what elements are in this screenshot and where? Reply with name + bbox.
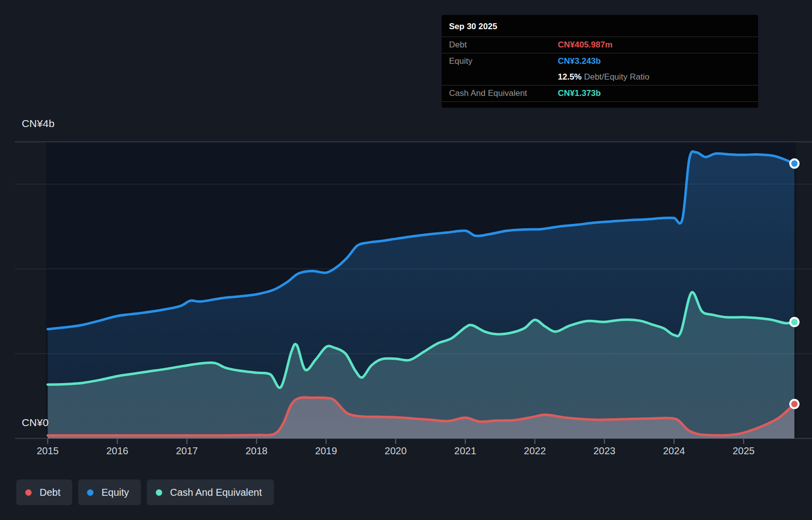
tooltip-debt-value: CN¥405.987m xyxy=(558,40,613,50)
tooltip-row-ratio: 12.5% Debt/Equity Ratio xyxy=(442,69,758,85)
tooltip-ratio: 12.5% Debt/Equity Ratio xyxy=(558,72,649,82)
chart-legend: DebtEquityCash And Equivalent xyxy=(16,479,274,505)
x-axis-label-2022: 2022 xyxy=(524,445,546,457)
cash-legend-dot-icon xyxy=(156,489,162,496)
tooltip-date: Sep 30 2025 xyxy=(442,15,758,37)
legend-item-equity[interactable]: Equity xyxy=(78,479,141,505)
cash-marker-dot xyxy=(791,319,798,325)
tooltip-divider xyxy=(442,101,758,102)
tooltip-cash-label: Cash And Equivalent xyxy=(449,88,527,98)
legend-item-cash[interactable]: Cash And Equivalent xyxy=(147,479,274,505)
tooltip-equity-label: Equity xyxy=(449,56,472,66)
x-axis-labels: 2015201620172018201920202021202220232024… xyxy=(0,445,812,460)
balance-sheet-chart-page: CN¥4b CN¥0 20152016201720182019202020212… xyxy=(0,0,812,520)
tooltip-debt-label: Debt xyxy=(449,40,467,50)
x-axis-label-2025: 2025 xyxy=(732,445,755,457)
chart-tooltip: Sep 30 2025 Debt CN¥405.987m Equity CN¥3… xyxy=(442,15,758,108)
x-axis-label-2020: 2020 xyxy=(385,445,407,457)
x-axis-label-2018: 2018 xyxy=(245,445,268,457)
tooltip-ratio-value: 12.5% xyxy=(558,72,582,82)
y-axis-zero-label: CN¥0 xyxy=(22,417,49,429)
tooltip-row-debt: Debt CN¥405.987m xyxy=(442,37,758,53)
x-axis-ticks xyxy=(48,439,744,444)
debt-legend-dot-icon xyxy=(25,489,32,496)
equity-legend-dot-icon xyxy=(87,489,93,496)
tooltip-ratio-label: Debt/Equity Ratio xyxy=(582,72,649,82)
legend-item-label: Debt xyxy=(40,487,60,498)
x-axis-label-2017: 2017 xyxy=(176,445,198,457)
x-axis-label-2016: 2016 xyxy=(106,445,129,457)
x-axis-label-2023: 2023 xyxy=(593,445,616,457)
debt-marker-dot xyxy=(791,401,798,407)
legend-item-debt[interactable]: Debt xyxy=(16,479,72,505)
tooltip-cash-value: CN¥1.373b xyxy=(558,88,601,98)
x-axis-label-2021: 2021 xyxy=(454,445,477,457)
legend-item-label: Cash And Equivalent xyxy=(170,487,262,498)
equity-marker-dot xyxy=(791,160,798,167)
x-axis-label-2015: 2015 xyxy=(37,445,59,457)
x-axis-label-2024: 2024 xyxy=(663,445,685,457)
tooltip-row-cash: Cash And Equivalent CN¥1.373b xyxy=(442,86,758,101)
legend-item-label: Equity xyxy=(101,487,129,498)
x-axis-label-2019: 2019 xyxy=(315,445,337,457)
tooltip-equity-value: CN¥3.243b xyxy=(558,56,601,66)
y-axis-max-label: CN¥4b xyxy=(22,118,54,130)
tooltip-row-equity: Equity CN¥3.243b xyxy=(442,53,758,69)
